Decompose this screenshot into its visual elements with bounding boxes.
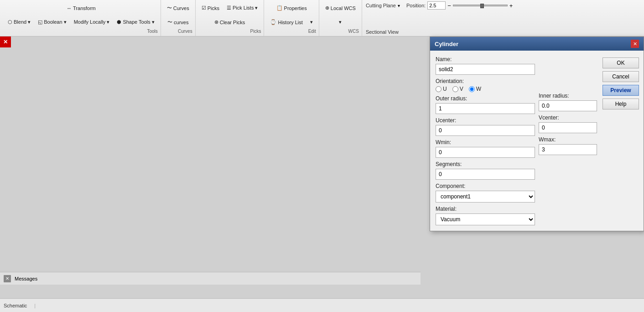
orientation-u-radio[interactable] (436, 86, 441, 92)
curves-button-top[interactable]: 〜 Curves (164, 3, 192, 13)
toolbar-group-picks: ☑ Picks ☰ Pick Lists ▾ ⊗ Clear Picks Pic… (196, 0, 265, 36)
cylinder-dialog: Cylinder ✕ Name: Orientation: U (430, 36, 644, 231)
picks-top: ☑ Picks ☰ Pick Lists ▾ (198, 1, 261, 15)
ok-button[interactable]: OK (602, 57, 639, 68)
tools-row2: ⬡ Blend ▾ ◱ Boolean ▾ Modify Locally ▾ ⬢… (5, 16, 158, 29)
name-input[interactable] (436, 64, 535, 75)
orientation-field: Orientation: U V W (436, 78, 535, 92)
help-button[interactable]: Help (602, 99, 639, 109)
schematic-tab[interactable]: Schematic (4, 303, 27, 308)
vcenter-field: Vcenter: (539, 114, 597, 133)
messages-bar: ✕ Messages (0, 272, 421, 285)
curves-top: 〜 Curves (164, 1, 192, 15)
edit-bottom: ⌚ History List ▾ (267, 16, 316, 29)
inner-radius-input[interactable] (539, 100, 597, 111)
tools-top: ↔ Transform (63, 1, 99, 15)
dialog-titlebar: Cylinder ✕ (430, 37, 644, 51)
modify-locally-button[interactable]: Modify Locally ▾ (71, 18, 113, 26)
wcs-dropdown-icon: ▾ (339, 19, 342, 25)
name-label: Name: (436, 56, 535, 62)
transform-icon: ↔ (67, 5, 72, 11)
outer-radius-label: Outer radius: (436, 95, 535, 102)
orientation-u-option[interactable]: U (436, 86, 447, 92)
material-select[interactable]: Vacuum (436, 213, 535, 225)
component-label: Component: (436, 183, 535, 189)
sectional-view-row: Sectional View (366, 29, 399, 35)
curves-label: Curves (178, 29, 192, 35)
name-spacer (539, 56, 597, 68)
curves-button-bottom[interactable]: 〜 curves (164, 17, 192, 27)
picks-bottom: ⊗ Clear Picks (211, 16, 249, 29)
messages-close-button[interactable]: ✕ (4, 275, 11, 282)
status-bar: Schematic | (0, 298, 644, 312)
orientation-w-option[interactable]: W (469, 86, 481, 92)
picks-button[interactable]: ☑ Picks (198, 4, 223, 12)
local-wcs-button[interactable]: ⊕ Local WCS (322, 4, 359, 12)
wmin-label: Wmin: (436, 139, 535, 146)
edit-dropdown-button[interactable]: ▾ (307, 18, 316, 26)
component-select[interactable]: component1 (436, 191, 535, 203)
wcs-icon: ⊕ (325, 5, 329, 11)
cutting-top: Cutting Plane ▾ Position: − + (366, 1, 513, 10)
curves-icon-top: 〜 (167, 5, 172, 11)
cutting-plane-label: Cutting Plane (366, 3, 396, 8)
ucenter-input[interactable] (436, 125, 535, 136)
clear-picks-icon: ⊗ (214, 19, 218, 25)
orientation-spacer (539, 71, 597, 89)
wmin-field: Wmin: (436, 139, 535, 158)
vcenter-input[interactable] (539, 122, 597, 133)
wmax-input[interactable] (539, 144, 597, 155)
transform-button[interactable]: ↔ Transform (63, 4, 99, 12)
properties-icon: 📋 (276, 5, 283, 11)
wcs-dropdown-button[interactable]: ▾ (336, 18, 345, 26)
wcs-bottom: ▾ (336, 16, 345, 29)
picks-label: Picks (250, 29, 261, 35)
sectional-view-label: Sectional View (366, 29, 399, 35)
dialog-left-col: Name: Orientation: U V W (436, 56, 535, 225)
position-label: Position: (406, 3, 426, 8)
edit-top: 📋 Properties (273, 1, 310, 15)
outer-radius-field: Outer radius: (436, 95, 535, 114)
toolbar-group-wcs: ⊕ Local WCS ▾ WCS (319, 0, 362, 36)
shape-tools-button[interactable]: ⬢ Shape Tools ▾ (114, 18, 157, 26)
material-label: Material: (436, 206, 535, 212)
wmax-field: Wmax: (539, 136, 597, 155)
close-red-button[interactable]: ✕ (0, 36, 11, 47)
curves-bottom: 〜 curves (164, 16, 192, 29)
history-icon: ⌚ (270, 19, 276, 25)
preview-button[interactable]: Preview (602, 85, 639, 96)
dialog-close-button[interactable]: ✕ (631, 40, 639, 48)
inner-radius-field: Inner radius: (539, 93, 597, 111)
toolbar-group-cutting: Cutting Plane ▾ Position: − + Sectional … (362, 0, 642, 36)
toolbar: ↔ Transform ⬡ Blend ▾ ◱ Boolean ▾ Modify… (0, 0, 644, 36)
orientation-w-radio[interactable] (469, 86, 475, 92)
vcenter-label: Vcenter: (539, 114, 597, 121)
position-slider[interactable] (453, 5, 508, 6)
orientation-label: Orientation: (436, 78, 535, 84)
segments-input[interactable] (436, 169, 535, 180)
dialog-actions: OK Cancel Preview Help (602, 57, 639, 109)
clear-picks-button[interactable]: ⊗ Clear Picks (211, 18, 249, 26)
status-divider: | (34, 303, 36, 308)
ucenter-label: Ucenter: (436, 117, 535, 124)
tools-label: Tools (147, 29, 157, 35)
picklists-button[interactable]: ☰ Pick Lists ▾ (223, 4, 261, 12)
blend-button[interactable]: ⬡ Blend ▾ (5, 18, 34, 26)
position-input[interactable] (427, 1, 446, 10)
edit-dropdown-icon: ▾ (310, 19, 313, 25)
wcs-label: WCS (348, 29, 359, 35)
outer-radius-input[interactable] (436, 103, 535, 114)
minus-icon: − (447, 2, 451, 9)
inner-radius-label: Inner radius: (539, 93, 597, 99)
segments-field: Segments: (436, 161, 535, 180)
name-field: Name: (436, 56, 535, 75)
cutting-arrow-icon: ▾ (398, 3, 400, 8)
wmin-input[interactable] (436, 147, 535, 158)
boolean-button[interactable]: ◱ Boolean ▾ (35, 18, 69, 26)
orientation-v-option[interactable]: V (452, 86, 463, 92)
orientation-v-radio[interactable] (452, 86, 458, 92)
picks-icon: ☑ (202, 5, 206, 11)
history-button[interactable]: ⌚ History List (267, 18, 306, 26)
cancel-button[interactable]: Cancel (602, 71, 639, 82)
properties-button[interactable]: 📋 Properties (273, 4, 310, 12)
